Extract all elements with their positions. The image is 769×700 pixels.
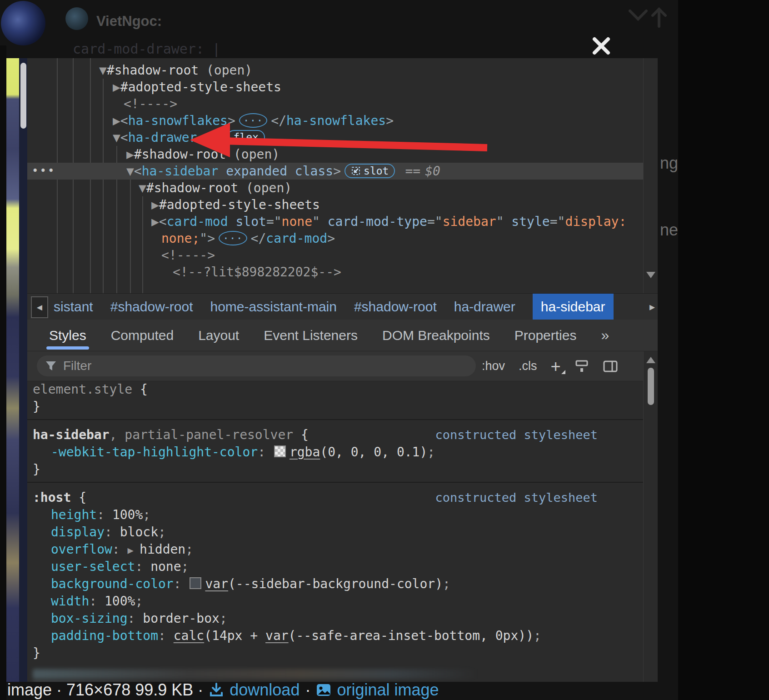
css-rule-line[interactable]: padding-bottom: calc(14px + var(--safe-a… xyxy=(27,627,643,645)
image-info-text: image · 716×678 99.9 KB · xyxy=(7,680,203,700)
original-image-link[interactable]: original image xyxy=(337,680,439,700)
flex-badge[interactable]: flex xyxy=(227,130,265,145)
css-rule-line[interactable]: height: 100%; xyxy=(27,506,643,524)
tree-token: < xyxy=(120,113,128,128)
tree-caret-icon[interactable]: ▶ xyxy=(113,113,120,128)
download-icon[interactable] xyxy=(209,682,224,698)
tree-caret-icon[interactable]: ▶ xyxy=(113,80,120,95)
styles-scrollbar[interactable] xyxy=(643,351,658,682)
tree-token: =" xyxy=(550,214,565,229)
tab-properties[interactable]: Properties xyxy=(514,320,577,351)
image-icon[interactable] xyxy=(316,682,331,698)
breadcrumb-item[interactable]: sistant xyxy=(54,299,93,315)
close-icon[interactable] xyxy=(591,35,612,56)
breadcrumb-item[interactable]: #shadow-root xyxy=(110,299,193,315)
dom-tree-row[interactable]: ▶<ha-snowflakes>···</ha-snowflakes> xyxy=(27,112,643,129)
dom-tree-row[interactable]: ▶#adopted-style-sheets xyxy=(27,79,643,95)
breadcrumb-back-icon[interactable]: ◄ xyxy=(31,296,48,318)
tree-caret-icon[interactable]: ▶ xyxy=(126,147,134,162)
slot-badge[interactable]: slot xyxy=(345,164,395,178)
tab-styles[interactable]: Styles xyxy=(49,320,86,351)
toggle-panel-icon[interactable] xyxy=(603,359,618,374)
css-token: : xyxy=(174,576,189,591)
tree-token: <!----> xyxy=(161,248,215,263)
collapsed-content-icon[interactable]: ··· xyxy=(239,113,268,128)
tree-token: #adopted-style-sheets xyxy=(120,80,281,95)
collapsed-content-icon[interactable]: ··· xyxy=(219,231,247,245)
css-rule-line[interactable]: width: 100%; xyxy=(27,593,643,610)
css-token: (--safe-area-inset-bottom, 0px)) xyxy=(289,628,534,643)
css-token: user-select xyxy=(51,559,135,574)
tree-caret-icon[interactable]: ▼ xyxy=(99,63,107,78)
css-token: element.style xyxy=(33,382,132,397)
dom-tree-row[interactable]: ▼<ha-drawerflex xyxy=(27,129,643,146)
css-rule-line[interactable]: ha-sidebar, partial-panel-resolver {cons… xyxy=(27,426,643,444)
dom-tree-row[interactable]: ▶#shadow-root (open) xyxy=(27,146,643,163)
chevron-down-icon[interactable] xyxy=(630,11,646,19)
css-token: none xyxy=(150,559,181,574)
css-rule-line[interactable]: :host {constructed stylesheet xyxy=(27,489,643,506)
css-token: : xyxy=(105,525,120,540)
styles-scrollbar-thumb[interactable] xyxy=(648,368,654,405)
avatar[interactable] xyxy=(1,1,45,45)
dom-tree-row[interactable]: none;">···</card-mod> xyxy=(27,230,643,247)
dom-tree-row[interactable]: <!--?lit$898282202$--> xyxy=(27,264,643,280)
devtools-tabs: StylesComputedLayoutEvent ListenersDOM B… xyxy=(27,320,658,351)
styles-pane: element.style {}ha-sidebar, partial-pane… xyxy=(27,381,643,682)
tree-caret-icon[interactable]: ▶ xyxy=(151,197,159,212)
scroll-down-icon[interactable] xyxy=(646,272,655,278)
tabs-overflow-icon[interactable]: » xyxy=(601,327,609,344)
expand-longhand-icon[interactable]: ▶ xyxy=(128,545,140,556)
tree-caret-icon[interactable]: ▼ xyxy=(113,130,120,145)
css-token: border-box xyxy=(143,611,220,626)
rendering-brush-icon[interactable] xyxy=(574,359,589,374)
tab-computed[interactable]: Computed xyxy=(111,320,174,351)
tree-caret-icon[interactable]: ▼ xyxy=(126,164,134,179)
css-token: display xyxy=(51,525,105,540)
css-rule-line[interactable]: } xyxy=(27,398,643,415)
stylesheet-source-link[interactable]: constructed stylesheet xyxy=(435,426,598,444)
color-swatch[interactable] xyxy=(274,445,286,457)
avatar[interactable] xyxy=(65,7,88,30)
css-rule-line[interactable]: background-color: var(--sidebar-backgrou… xyxy=(27,575,643,593)
dom-tree-row[interactable]: ▼#shadow-root (open) xyxy=(27,180,643,196)
download-link[interactable]: download xyxy=(230,680,300,700)
message-actions[interactable] xyxy=(626,5,670,30)
toggle-classes-button[interactable]: .cls xyxy=(519,359,537,373)
tab-layout[interactable]: Layout xyxy=(198,320,239,351)
tree-caret-icon[interactable]: ▶ xyxy=(151,214,159,229)
tree-scrollbar[interactable] xyxy=(643,58,658,293)
breadcrumb-item-selected[interactable]: ha-sidebar xyxy=(533,294,614,320)
color-swatch[interactable] xyxy=(190,577,201,589)
breadcrumb-item[interactable]: ha-drawer xyxy=(454,299,515,315)
tree-token: slot xyxy=(228,214,266,229)
image-info-bar: image · 716×678 99.9 KB · download · ori… xyxy=(7,680,439,700)
dom-tree-row[interactable]: <!----> xyxy=(27,247,643,264)
dom-tree-row[interactable]: ▼#shadow-root (open) xyxy=(27,62,643,79)
arrow-up-icon[interactable] xyxy=(653,9,665,26)
dom-tree-row[interactable]: ▶#adopted-style-sheets xyxy=(27,196,643,213)
dom-tree-row[interactable]: ▶<card-mod slot="none" card-mod-type="si… xyxy=(27,213,643,230)
css-rule-line[interactable]: overflow: ▶ hidden; xyxy=(27,541,643,558)
css-rule-line[interactable]: element.style { xyxy=(27,381,643,398)
dom-tree-row[interactable]: •••▼<ha-sidebar expanded class>slot==$0 xyxy=(27,163,643,180)
breadcrumb-forward-icon[interactable]: ▸ xyxy=(649,294,655,320)
breadcrumb-item[interactable]: home-assistant-main xyxy=(210,299,337,315)
css-rule-line[interactable]: } xyxy=(27,461,643,478)
row-menu-dots-icon[interactable]: ••• xyxy=(32,163,55,180)
breadcrumb-item[interactable]: #shadow-root xyxy=(354,299,437,315)
css-rule-line[interactable]: display: block; xyxy=(27,524,643,541)
css-rule-line[interactable]: -webkit-tap-highlight-color: rgba(0, 0, … xyxy=(27,444,643,461)
tree-caret-icon[interactable]: ▼ xyxy=(139,180,146,195)
css-rule-line[interactable]: box-sizing: border-box; xyxy=(27,610,643,627)
stylesheet-source-link[interactable]: constructed stylesheet xyxy=(435,489,598,506)
css-rule-line[interactable]: user-select: none; xyxy=(27,558,643,575)
toggle-hover-state-button[interactable]: :hov xyxy=(482,359,505,373)
filter-input[interactable]: Filter xyxy=(37,355,476,376)
tab-dom-breakpoints[interactable]: DOM Breakpoints xyxy=(382,320,490,351)
new-style-rule-button[interactable]: + xyxy=(551,360,561,373)
tab-event-listeners[interactable]: Event Listeners xyxy=(264,320,358,351)
css-rule-line[interactable]: } xyxy=(27,645,643,662)
dom-tree-row[interactable]: <!----> xyxy=(27,95,643,112)
scroll-up-icon[interactable] xyxy=(646,357,655,363)
